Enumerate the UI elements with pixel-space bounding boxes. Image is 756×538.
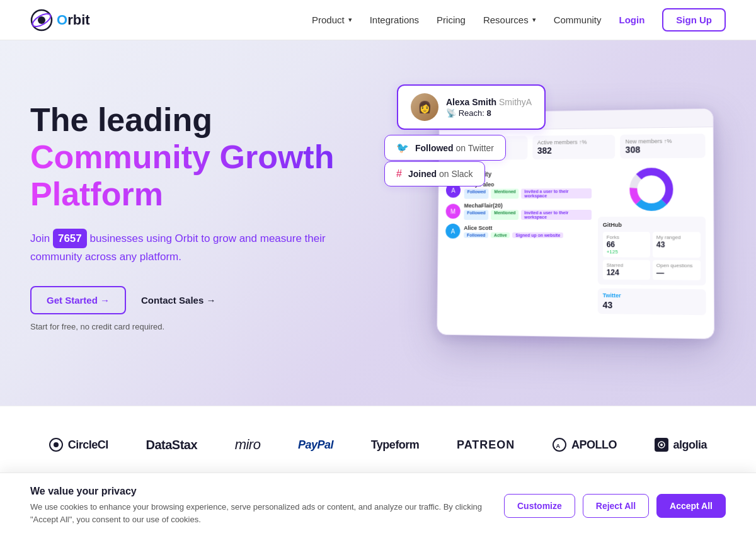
brand-name-paypal: PayPal	[298, 438, 333, 452]
github-forks: Forks 66 +125	[603, 232, 650, 258]
member-name: MechaFlair(20)	[464, 202, 592, 209]
brand-name-algolia: algolia	[673, 438, 707, 452]
reach-label: Reach:	[459, 108, 484, 118]
nav-signup-button[interactable]: Sign Up	[662, 8, 726, 31]
avatar: A	[445, 224, 460, 239]
get-started-button[interactable]: Get Started →	[30, 286, 126, 314]
nav-login[interactable]: Login	[619, 14, 645, 25]
chevron-down-icon-2: ▾	[532, 16, 536, 24]
nav-community[interactable]: Community	[554, 14, 602, 25]
table-row: M MechaFlair(20) Followed Mentioned Invi…	[445, 202, 591, 220]
table-row: A Alice Scott Followed Active Signed up …	[445, 224, 591, 239]
profile-name: Alexa Smith SmithyA	[446, 97, 532, 107]
github-stats: Forks 66 +125 My ranged 43	[603, 232, 701, 280]
algolia-icon	[655, 438, 668, 452]
brand-circleci: CircleCI	[49, 438, 108, 452]
tag-invited: Invited a user to their workspace	[521, 210, 591, 220]
slack-icon: #	[396, 168, 402, 180]
profile-reach: 📡 Reach: 8	[446, 108, 532, 118]
stat-members: Active members ↑% 382	[532, 135, 616, 159]
navbar: Orbit Product ▾ Integrations Pricing Res…	[0, 0, 756, 40]
tag-active: Active	[491, 232, 510, 238]
brand-name-circleci: CircleCI	[68, 438, 108, 452]
brand-paypal: PayPal	[298, 438, 333, 452]
hero-buttons: Get Started → Contact Sales →	[30, 286, 345, 314]
apollo-icon: A	[553, 438, 566, 452]
slack-activity-card: # Joined on Slack	[384, 161, 485, 186]
logo-text: Orbit	[57, 12, 90, 28]
tag-invited: Invited a user to their workspace	[521, 188, 591, 198]
nav-pricing[interactable]: Pricing	[437, 14, 466, 25]
github-ranged: My ranged 43	[653, 232, 701, 258]
logo[interactable]: Orbit	[30, 9, 90, 31]
svg-point-1	[38, 16, 45, 24]
contact-sales-link[interactable]: Contact Sales →	[141, 295, 215, 306]
twitter-title: Twitter	[603, 292, 701, 300]
stat-num-2: 382	[537, 145, 610, 156]
github-starred: Starred 124	[603, 260, 650, 280]
hero-heading-1: The leading	[30, 102, 345, 138]
avatar: 👩	[411, 93, 438, 121]
activity-tags: Followed Active Signed up on website	[464, 232, 591, 238]
activity-tags: Followed Mentioned Invited a user to the…	[464, 210, 591, 220]
hero-subtitle-pre: Join	[30, 232, 53, 244]
brand-algolia: algolia	[655, 438, 707, 452]
member-name: Alice Scott	[464, 224, 591, 231]
nav-product[interactable]: Product ▾	[312, 14, 352, 25]
brand-name-patreon: PATREON	[457, 438, 515, 452]
brand-name-typeform: Typeform	[371, 438, 420, 452]
svg-point-8	[54, 442, 59, 447]
nav-integrations[interactable]: Integrations	[370, 14, 419, 25]
svg-point-13	[660, 444, 663, 446]
stat-num-3: 308	[626, 144, 701, 154]
tag-mentioned: Mentioned	[491, 189, 519, 199]
twitter-activity-card: 🐦 Followed on Twitter	[384, 135, 506, 161]
brand-patreon: PATREON	[457, 438, 515, 452]
hero-illustration: 👩 Alexa Smith SmithyA 📡 Reach: 8 🐦	[345, 84, 726, 349]
brand-name-apollo: APOLLO	[571, 438, 617, 452]
slack-activity-text: Joined on Slack	[408, 169, 473, 179]
brands-section: CircleCI DataStax miro PayPal Typeform P…	[0, 406, 756, 483]
hero-section: The leading Community Growth Platform Jo…	[0, 40, 756, 406]
hero-note: Start for free, no credit card required.	[30, 322, 345, 331]
reach-icon: 📡	[446, 108, 456, 118]
twitter-members: 43	[602, 300, 701, 311]
hero-heading-2: Community Growth	[30, 139, 345, 176]
dashboard-mockup: 👩 Alexa Smith SmithyA 📡 Reach: 8 🐦	[372, 84, 699, 349]
github-open: Open questions —	[653, 260, 701, 280]
activity-doughnut	[629, 167, 673, 212]
profile-info: Alexa Smith SmithyA 📡 Reach: 8	[446, 97, 532, 118]
brand-apollo: A APOLLO	[553, 438, 617, 452]
brand-name-datastax: DataStax	[146, 438, 197, 452]
twitter-section: Twitter 43	[597, 289, 706, 316]
cookie-banner: We value your privacy We use cookies to …	[0, 472, 756, 483]
nav-links: Product ▾ Integrations Pricing Resources…	[312, 8, 726, 31]
hero-subtitle: Join 7657 businesses using Orbit to grow…	[30, 229, 345, 265]
brand-name-miro: miro	[235, 437, 261, 453]
tag-followed: Followed	[464, 189, 489, 199]
hero-heading-3: Platform	[30, 176, 345, 214]
hero-content: The leading Community Growth Platform Jo…	[30, 102, 345, 331]
activity-tags: Followed Mentioned Invited a user to the…	[464, 188, 592, 199]
svg-text:A: A	[556, 443, 560, 449]
reach-value: 8	[486, 108, 491, 118]
circleci-icon	[49, 438, 63, 452]
stat-new-members: New members ↑% 308	[621, 134, 706, 159]
nav-resources[interactable]: Resources ▾	[483, 14, 536, 25]
profile-card: 👩 Alexa Smith SmithyA 📡 Reach: 8	[397, 84, 546, 130]
tag-signed-up: Signed up on website	[512, 232, 563, 238]
activity-details: Alice Scott Followed Active Signed up on…	[464, 224, 591, 238]
activity-details: MechaFlair(20) Followed Mentioned Invite…	[464, 202, 591, 220]
brand-datastax: DataStax	[146, 438, 197, 452]
brand-miro: miro	[235, 437, 261, 453]
avatar: M	[446, 204, 461, 219]
tag-followed: Followed	[464, 210, 488, 220]
orbit-logo-icon	[30, 9, 53, 31]
twitter-icon: 🐦	[396, 142, 409, 154]
github-section: GitHub Forks 66 +125 My ranged	[597, 217, 706, 285]
github-title: GitHub	[603, 222, 701, 228]
hero-count-badge: 7657	[53, 229, 87, 248]
chevron-down-icon: ▾	[348, 16, 352, 24]
tag-mentioned: Mentioned	[491, 210, 518, 220]
brand-typeform: Typeform	[371, 438, 420, 452]
